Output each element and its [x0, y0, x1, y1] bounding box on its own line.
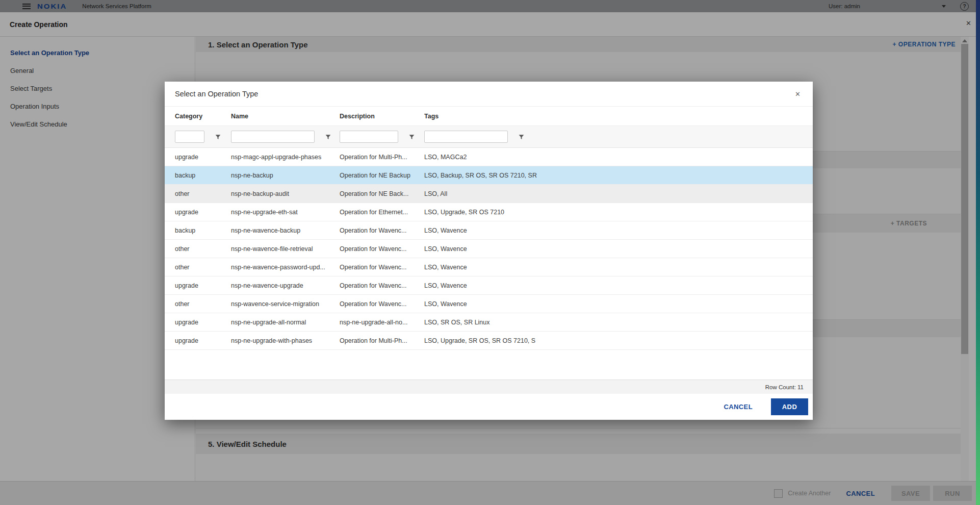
cell-category: upgrade: [175, 337, 231, 344]
select-operation-type-dialog: Select an Operation Type ✕ CategoryNameD…: [165, 82, 813, 420]
cell-name: nsp-wavence-service-migration: [231, 300, 340, 308]
operation-type-table: upgradensp-magc-appl-upgrade-phasesOpera…: [165, 148, 813, 350]
cell-description: Operation for Wavenc...: [340, 282, 424, 289]
table-row[interactable]: upgradensp-ne-upgrade-all-normalnsp-ne-u…: [165, 313, 813, 332]
filter-cell-description: [340, 131, 424, 143]
dialog-footer: CANCEL ADD: [165, 394, 813, 420]
table-row[interactable]: othernsp-ne-wavence-password-upd...Opera…: [165, 258, 813, 276]
cell-tags: LSO, Upgrade, SR OS 7210: [424, 209, 813, 216]
cell-description: Operation for Wavenc...: [340, 227, 424, 234]
cell-name: nsp-ne-wavence-password-upd...: [231, 264, 340, 271]
filter-icon[interactable]: [408, 134, 415, 140]
cell-name: nsp-ne-upgrade-all-normal: [231, 319, 340, 326]
cell-category: upgrade: [175, 154, 231, 161]
table-row[interactable]: othernsp-ne-backup-auditOperation for NE…: [165, 185, 813, 203]
filter-input-category[interactable]: [175, 131, 204, 143]
dialog-cancel-button[interactable]: CANCEL: [724, 403, 753, 411]
table-filter-row: [165, 125, 813, 148]
table-row[interactable]: upgradensp-magc-appl-upgrade-phasesOpera…: [165, 148, 813, 166]
cell-name: nsp-ne-backup-audit: [231, 190, 340, 197]
table-header-row: CategoryNameDescriptionTags: [165, 106, 813, 125]
filter-icon[interactable]: [518, 134, 525, 140]
cell-description: Operation for NE Backup: [340, 172, 424, 179]
cell-name: nsp-ne-wavence-backup: [231, 227, 340, 234]
filter-input-description[interactable]: [340, 131, 398, 143]
table-row[interactable]: upgradensp-ne-upgrade-eth-satOperation f…: [165, 203, 813, 221]
table-row[interactable]: othernsp-ne-wavence-file-retrievalOperat…: [165, 240, 813, 258]
cell-category: other: [175, 245, 231, 252]
filter-icon[interactable]: [325, 134, 331, 140]
cell-tags: LSO, Wavence: [424, 300, 813, 308]
column-header-name[interactable]: Name: [231, 113, 340, 120]
cell-category: upgrade: [175, 319, 231, 326]
cell-category: upgrade: [175, 209, 231, 216]
cell-description: Operation for Wavenc...: [340, 245, 424, 252]
dialog-close-icon[interactable]: ✕: [795, 90, 801, 98]
cell-category: upgrade: [175, 282, 231, 289]
row-count: Row Count: 11: [765, 384, 804, 390]
app-window: NOKIA Network Services Platform User: ad…: [0, 0, 980, 505]
cell-description: Operation for Ethernet...: [340, 209, 424, 216]
cell-tags: LSO, Upgrade, SR OS, SR OS 7210, S: [424, 337, 813, 344]
dialog-titlebar: Select an Operation Type ✕: [165, 82, 813, 106]
cell-name: nsp-ne-upgrade-with-phases: [231, 337, 340, 344]
filter-icon[interactable]: [215, 134, 221, 140]
cell-tags: LSO, Wavence: [424, 227, 813, 234]
cell-description: Operation for Wavenc...: [340, 264, 424, 271]
table-row[interactable]: backupnsp-ne-wavence-backupOperation for…: [165, 221, 813, 240]
filter-cell-name: [231, 131, 340, 143]
filter-cell-category: [175, 131, 231, 143]
cell-description: Operation for Multi-Ph...: [340, 337, 424, 344]
cell-description: Operation for Multi-Ph...: [340, 154, 424, 161]
table-row[interactable]: backupnsp-ne-backupOperation for NE Back…: [165, 166, 813, 185]
cell-tags: LSO, Wavence: [424, 282, 813, 289]
cell-name: nsp-ne-upgrade-eth-sat: [231, 209, 340, 216]
cell-tags: LSO, Wavence: [424, 245, 813, 252]
cell-category: other: [175, 264, 231, 271]
cell-description: Operation for NE Back...: [340, 190, 424, 197]
table-statusbar: Row Count: 11: [165, 380, 813, 394]
column-header-description[interactable]: Description: [340, 113, 424, 120]
cell-name: nsp-ne-wavence-file-retrieval: [231, 245, 340, 252]
cell-tags: LSO, Wavence: [424, 264, 813, 271]
table-row[interactable]: upgradensp-ne-upgrade-with-phasesOperati…: [165, 332, 813, 350]
cell-category: other: [175, 300, 231, 308]
cell-name: nsp-ne-backup: [231, 172, 340, 179]
cell-tags: LSO, All: [424, 190, 813, 197]
dialog-add-button[interactable]: ADD: [771, 398, 808, 415]
cell-description: Operation for Wavenc...: [340, 300, 424, 308]
column-header-tags[interactable]: Tags: [424, 113, 813, 120]
filter-input-name[interactable]: [231, 131, 315, 143]
table-row[interactable]: othernsp-wavence-service-migrationOperat…: [165, 295, 813, 313]
cell-name: nsp-magc-appl-upgrade-phases: [231, 154, 340, 161]
cell-category: other: [175, 190, 231, 197]
cell-name: nsp-ne-wavence-upgrade: [231, 282, 340, 289]
column-header-category[interactable]: Category: [175, 113, 231, 120]
cell-tags: LSO, SR OS, SR Linux: [424, 319, 813, 326]
cell-tags: LSO, MAGCa2: [424, 154, 813, 161]
cell-description: nsp-ne-upgrade-all-no...: [340, 319, 424, 326]
filter-cell-tags: [424, 131, 813, 143]
filter-input-tags[interactable]: [424, 131, 508, 143]
dialog-title: Select an Operation Type: [175, 90, 258, 98]
cell-category: backup: [175, 227, 231, 234]
table-row[interactable]: upgradensp-ne-wavence-upgradeOperation f…: [165, 276, 813, 295]
cell-tags: LSO, Backup, SR OS, SR OS 7210, SR: [424, 172, 813, 179]
cell-category: backup: [175, 172, 231, 179]
brand-gradient-edge: [976, 0, 980, 505]
